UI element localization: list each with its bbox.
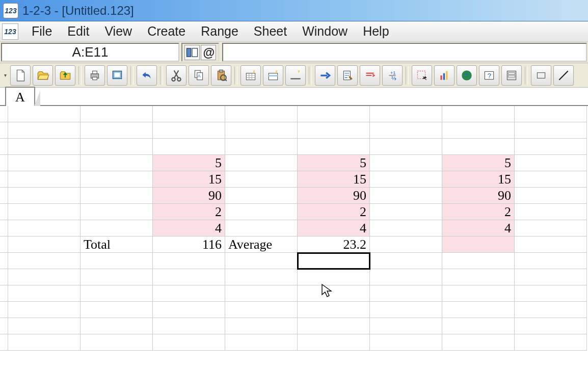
cell[interactable] bbox=[81, 171, 153, 188]
cell[interactable] bbox=[442, 237, 515, 253]
cell[interactable] bbox=[370, 334, 442, 351]
cell[interactable] bbox=[8, 155, 81, 171]
cell[interactable] bbox=[8, 285, 81, 302]
cell[interactable] bbox=[225, 106, 298, 122]
frame-icon[interactable] bbox=[531, 65, 551, 86]
paste-icon[interactable] bbox=[211, 65, 231, 86]
save-disk-icon[interactable] bbox=[55, 65, 75, 86]
cell[interactable] bbox=[153, 139, 225, 155]
new-file-icon[interactable] bbox=[10, 65, 31, 86]
cell[interactable] bbox=[8, 106, 81, 122]
print-icon[interactable] bbox=[85, 65, 105, 86]
copy-icon[interactable]: A bbox=[189, 65, 209, 86]
row-header[interactable] bbox=[0, 171, 8, 188]
cell[interactable] bbox=[442, 139, 515, 155]
cell[interactable] bbox=[515, 302, 587, 318]
open-folder-icon[interactable] bbox=[33, 65, 53, 86]
cell[interactable] bbox=[8, 334, 81, 351]
cell[interactable] bbox=[370, 220, 442, 237]
cell[interactable] bbox=[153, 285, 225, 302]
cell[interactable]: 5 bbox=[298, 155, 370, 171]
cell[interactable] bbox=[81, 334, 153, 351]
cell[interactable] bbox=[370, 204, 442, 220]
cell[interactable] bbox=[442, 318, 515, 334]
cell[interactable] bbox=[370, 269, 442, 285]
cell[interactable] bbox=[153, 122, 225, 139]
arrow-right-icon[interactable] bbox=[315, 65, 335, 86]
cell[interactable] bbox=[298, 253, 370, 269]
cell[interactable] bbox=[8, 220, 81, 237]
cell[interactable] bbox=[225, 204, 298, 220]
formula-input[interactable] bbox=[222, 43, 587, 62]
cell[interactable] bbox=[442, 253, 515, 269]
cell[interactable] bbox=[81, 302, 153, 318]
cell[interactable] bbox=[225, 155, 298, 171]
cell[interactable] bbox=[370, 237, 442, 253]
cell[interactable] bbox=[8, 302, 81, 318]
row-header[interactable] bbox=[0, 269, 8, 285]
cell[interactable] bbox=[153, 302, 225, 318]
cell[interactable] bbox=[442, 122, 515, 139]
cell[interactable] bbox=[370, 171, 442, 188]
cell[interactable] bbox=[153, 318, 225, 334]
cell[interactable]: Average bbox=[225, 237, 298, 253]
cell[interactable] bbox=[8, 318, 81, 334]
cell[interactable]: 23.2 bbox=[298, 237, 370, 253]
menu-edit[interactable]: Edit bbox=[60, 21, 96, 42]
cell[interactable] bbox=[515, 139, 587, 155]
cell[interactable] bbox=[8, 269, 81, 285]
row-header[interactable] bbox=[0, 122, 8, 139]
cell-reference[interactable]: A:E11 bbox=[1, 43, 179, 62]
menu-range[interactable]: Range bbox=[194, 21, 246, 42]
cell[interactable] bbox=[8, 237, 81, 253]
cell[interactable]: 2 bbox=[298, 204, 370, 220]
menu-help[interactable]: Help bbox=[356, 21, 396, 42]
cell[interactable]: 15 bbox=[298, 171, 370, 188]
menu-window[interactable]: Window bbox=[295, 21, 355, 42]
new-tab-handle[interactable] bbox=[34, 91, 40, 106]
cell[interactable] bbox=[515, 122, 587, 139]
at-function-icon[interactable]: @ bbox=[201, 45, 216, 60]
row-header[interactable] bbox=[0, 188, 8, 204]
cell[interactable] bbox=[298, 285, 370, 302]
cell[interactable] bbox=[515, 204, 587, 220]
row-header[interactable] bbox=[0, 237, 8, 253]
cell[interactable] bbox=[442, 334, 515, 351]
cell[interactable] bbox=[225, 302, 298, 318]
cell[interactable] bbox=[442, 302, 515, 318]
cell[interactable] bbox=[153, 106, 225, 122]
cell[interactable] bbox=[225, 171, 298, 188]
cell[interactable] bbox=[225, 285, 298, 302]
cell[interactable] bbox=[370, 318, 442, 334]
cell[interactable] bbox=[370, 188, 442, 204]
cell[interactable] bbox=[515, 220, 587, 237]
row-header[interactable] bbox=[0, 334, 8, 351]
undo-icon[interactable] bbox=[137, 65, 157, 86]
cell[interactable] bbox=[370, 155, 442, 171]
row-header[interactable] bbox=[0, 204, 8, 220]
cell[interactable] bbox=[81, 220, 153, 237]
row-header[interactable] bbox=[0, 253, 8, 269]
navigator-icon[interactable] bbox=[184, 45, 200, 60]
cell[interactable] bbox=[442, 269, 515, 285]
cell[interactable] bbox=[81, 253, 153, 269]
globe-icon[interactable] bbox=[457, 65, 477, 86]
row-header[interactable] bbox=[0, 106, 8, 122]
cell[interactable] bbox=[515, 237, 587, 253]
menu-create[interactable]: Create bbox=[140, 21, 193, 42]
cell[interactable]: 5 bbox=[442, 155, 515, 171]
cell[interactable]: 4 bbox=[298, 220, 370, 237]
cell[interactable]: 90 bbox=[298, 188, 370, 204]
cell[interactable] bbox=[298, 318, 370, 334]
line-icon[interactable] bbox=[285, 65, 306, 86]
cell[interactable] bbox=[225, 253, 298, 269]
insert-row-icon[interactable] bbox=[263, 65, 283, 86]
cell[interactable] bbox=[81, 106, 153, 122]
cell[interactable] bbox=[442, 106, 515, 122]
cell[interactable] bbox=[370, 302, 442, 318]
cell[interactable] bbox=[81, 139, 153, 155]
cell[interactable]: 4 bbox=[442, 220, 515, 237]
cell[interactable] bbox=[515, 106, 587, 122]
cell[interactable] bbox=[8, 188, 81, 204]
menu-view[interactable]: View bbox=[97, 21, 139, 42]
